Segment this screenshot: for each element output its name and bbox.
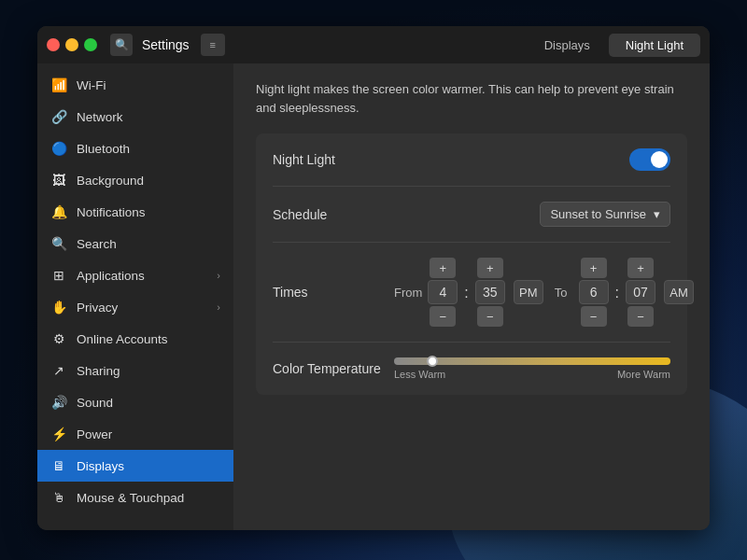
tab-displays[interactable]: Displays [528,34,607,57]
network-icon: 🔗 [50,109,67,124]
sidebar-item-notifications[interactable]: 🔔 Notifications [37,196,233,228]
menu-icon[interactable]: ≡ [201,34,225,56]
from-minute-value: 35 [475,280,505,304]
schedule-label: Schedule [273,207,394,222]
mouse-icon: 🖱 [50,490,67,505]
nightlight-description: Night light makes the screen color warme… [256,80,687,117]
sound-icon: 🔊 [50,395,67,410]
toggle-track[interactable] [629,148,670,171]
schedule-row: Schedule Sunset to Sunrise ▾ [273,202,670,227]
main-content: Night light makes the screen color warme… [233,63,710,530]
sidebar-label-power: Power [77,427,112,441]
sidebar-item-network[interactable]: 🔗 Network [37,101,233,133]
sidebar-item-privacy[interactable]: ✋ Privacy › [37,291,233,323]
online-accounts-icon: ⚙ [50,331,67,346]
minimize-button[interactable] [65,38,78,51]
to-ampm-stepper: AM [664,258,694,327]
bluetooth-icon: 🔵 [50,141,67,156]
colon-2: : [614,285,620,301]
sidebar-item-power[interactable]: ⚡ Power [37,418,233,450]
nightlight-toggle-label: Night Light [273,152,394,167]
to-minute-up[interactable]: + [627,258,654,278]
settings-window: 🔍 Settings ≡ Displays Night Light 📶 Wi-F… [37,26,710,530]
from-minute-up[interactable]: + [477,258,503,278]
tab-bar: Displays Night Light [528,34,700,57]
more-warm-label: More Warm [617,369,670,380]
sidebar-label-online-accounts: Online Accounts [77,332,168,346]
sidebar-item-bluetooth[interactable]: 🔵 Bluetooth [37,133,233,164]
color-temp-row: Color Temperature Less Warm More Warm [273,357,670,380]
close-button[interactable] [47,38,60,51]
times-fields: From + 4 − : [394,258,694,327]
applications-icon: ⊞ [50,268,67,283]
to-minute-stepper: + 07 − [626,258,655,327]
power-icon: ⚡ [50,427,67,441]
from-minute-stepper: + 35 − [475,258,505,327]
sharing-icon: ↗ [50,363,67,378]
to-ampm-value: AM [664,280,694,304]
to-hour-down[interactable]: − [581,306,607,327]
titlebar: 🔍 Settings ≡ Displays Night Light [37,26,710,63]
slider-labels: Less Warm More Warm [394,369,670,380]
sidebar-item-mouse[interactable]: 🖱 Mouse & Touchpad [37,482,233,513]
color-temp-slider[interactable] [394,357,670,365]
slider-thumb[interactable] [427,356,438,367]
sidebar-item-online-accounts[interactable]: ⚙ Online Accounts [37,323,233,355]
times-label: Times [273,285,394,300]
sidebar-label-background: Background [77,174,144,188]
chevron-right-icon-2: › [217,301,220,313]
times-row: Times From + 4 − [273,258,670,327]
search-sidebar-icon: 🔍 [50,236,67,251]
color-temp-slider-container: Less Warm More Warm [394,357,670,380]
to-hour-value: 6 [579,280,609,304]
maximize-button[interactable] [84,38,97,51]
from-minute-section: + 35 − [475,258,505,327]
times-content: From + 4 − : [394,258,694,327]
sidebar-item-background[interactable]: 🖼 Background [37,164,233,196]
to-hour-up[interactable]: + [581,258,607,278]
sidebar-label-sharing: Sharing [77,364,120,378]
tab-nightlight[interactable]: Night Light [609,34,700,57]
to-minute-value: 07 [626,280,655,304]
sidebar-item-sound[interactable]: 🔊 Sound [37,386,233,418]
to-hour-section: + 6 − [579,258,609,327]
sidebar-item-displays[interactable]: 🖥 Displays [37,450,233,482]
from-minute-down[interactable]: − [477,306,503,327]
sidebar-item-search[interactable]: 🔍 Search [37,228,233,259]
sidebar-item-wifi[interactable]: 📶 Wi-Fi [37,69,233,101]
divider-2 [273,242,670,243]
window-controls [47,38,97,51]
to-minute-down[interactable]: − [627,306,654,327]
sidebar-item-applications[interactable]: ⊞ Applications › [37,259,233,291]
sidebar-label-applications: Applications [77,269,145,283]
notifications-icon: 🔔 [50,204,67,219]
sidebar-item-sharing[interactable]: ↗ Sharing [37,355,233,386]
search-icon[interactable]: 🔍 [110,34,133,56]
divider-3 [273,342,670,343]
chevron-down-icon: ▾ [654,207,660,221]
sidebar-label-wifi: Wi-Fi [77,78,106,92]
schedule-dropdown[interactable]: Sunset to Sunrise ▾ [540,202,670,227]
color-temp-label: Color Temperature [273,361,394,376]
from-hour-stepper: + 4 − [428,258,458,327]
from-hour-up[interactable]: + [430,258,456,278]
schedule-value: Sunset to Sunrise [550,207,646,221]
sidebar-label-bluetooth: Bluetooth [77,142,130,156]
sidebar: 📶 Wi-Fi 🔗 Network 🔵 Bluetooth 🖼 Backgrou… [37,63,233,530]
to-hour-stepper: + 6 − [579,258,609,327]
from-ampm-value: PM [514,280,543,304]
nightlight-toggle-area [394,148,670,171]
schedule-content: Sunset to Sunrise ▾ [394,202,670,227]
background-icon: 🖼 [50,173,67,188]
wifi-icon: 📶 [50,77,67,92]
privacy-icon: ✋ [50,300,67,315]
window-body: 📶 Wi-Fi 🔗 Network 🔵 Bluetooth 🖼 Backgrou… [37,63,710,530]
nightlight-toggle[interactable] [629,148,670,171]
from-label: From [394,286,422,300]
settings-panel: Night Light Schedule [256,133,687,395]
sidebar-label-network: Network [77,110,123,124]
less-warm-label: Less Warm [394,369,445,380]
colon-1: : [463,285,469,301]
sidebar-label-displays: Displays [77,459,124,473]
from-hour-down[interactable]: − [430,306,456,327]
